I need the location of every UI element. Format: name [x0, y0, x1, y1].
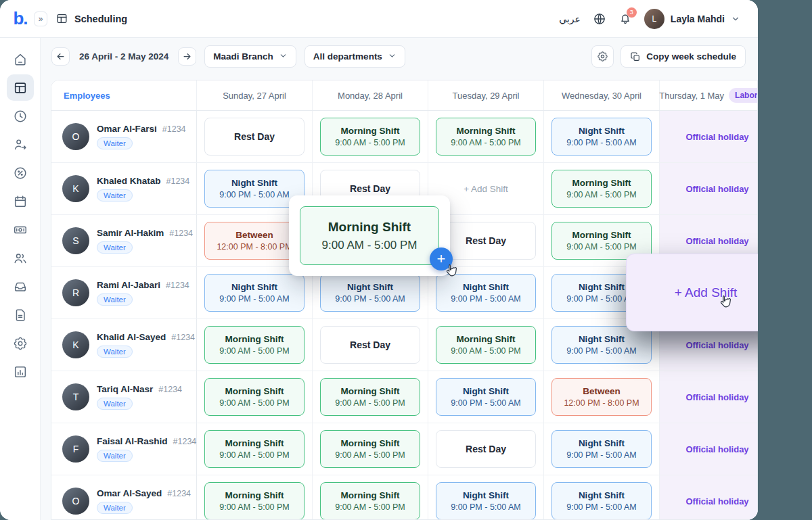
sidebar-nav: [0, 38, 41, 520]
shift-cell[interactable]: Morning Shift9:00 AM - 5:00 PM: [544, 163, 660, 214]
shift-cell[interactable]: Morning Shift9:00 AM - 5:00 PM: [313, 423, 428, 475]
morning-shift-box[interactable]: Morning Shift9:00 AM - 5:00 PM: [204, 430, 304, 468]
rest-day-box[interactable]: Rest Day: [204, 118, 304, 156]
night-shift-box[interactable]: Night Shift9:00 PM - 5:00 AM: [320, 274, 420, 312]
between-shift-box[interactable]: Between12:00 PM - 8:00 PM: [551, 378, 652, 416]
employee-cell[interactable]: OOmar Al-Farsi#1234Waiter: [51, 111, 197, 162]
shift-cell[interactable]: Rest Day: [197, 111, 313, 162]
bar-chart-icon: [13, 364, 28, 379]
official-holiday-label: Official holiday: [685, 340, 748, 350]
language-switcher[interactable]: عربي: [559, 14, 581, 24]
employee-cell[interactable]: FFaisal Al-Rashid#1234Waiter: [51, 423, 197, 475]
sidebar-expand-button[interactable]: »: [34, 11, 47, 26]
employee-avatar: F: [62, 435, 89, 463]
employee-id: #1234: [162, 124, 186, 134]
morning-shift-box[interactable]: Morning Shift9:00 AM - 5:00 PM: [320, 118, 420, 156]
sidebar-item-payroll[interactable]: [7, 216, 34, 243]
shift-cell[interactable]: Morning Shift9:00 AM - 5:00 PM: [313, 371, 428, 423]
night-shift-box[interactable]: Night Shift9:00 PM - 5:00 AM: [551, 326, 652, 364]
employee-cell[interactable]: TTariq Al-Nasr#1234Waiter: [51, 371, 197, 423]
sidebar-item-reports[interactable]: [7, 358, 34, 385]
sidebar-item-time[interactable]: [7, 103, 34, 129]
morning-shift-box[interactable]: Morning Shift9:00 AM - 5:00 PM: [320, 482, 420, 520]
sidebar-item-inbox[interactable]: [7, 273, 34, 300]
rest-day-box[interactable]: Rest Day: [436, 430, 536, 468]
morning-shift-box[interactable]: Morning Shift9:00 AM - 5:00 PM: [436, 326, 536, 364]
sidebar-item-documents[interactable]: [7, 302, 34, 328]
shift-cell[interactable]: Official holiday: [660, 423, 758, 475]
shift-cell[interactable]: Morning Shift9:00 AM - 5:00 PM: [313, 111, 428, 162]
night-shift-box[interactable]: Night Shift9:00 PM - 5:00 AM: [436, 378, 536, 416]
morning-shift-box[interactable]: Morning Shift9:00 AM - 5:00 PM: [551, 170, 652, 208]
department-select[interactable]: All departments: [304, 45, 405, 68]
employee-cell[interactable]: KKhaled Khatab#1234Waiter: [51, 163, 197, 214]
branch-select[interactable]: Maadi Branch: [204, 45, 296, 68]
employee-cell[interactable]: KKhalid Al-Sayed#1234Waiter: [51, 319, 197, 371]
add-shift-popover[interactable]: + Add Shift: [626, 254, 758, 331]
employee-name: Samir Al-Hakim: [97, 228, 164, 238]
night-shift-box[interactable]: Night Shift9:00 PM - 5:00 AM: [436, 482, 536, 520]
night-shift-box[interactable]: Night Shift9:00 PM - 5:00 AM: [551, 118, 652, 156]
rest-day-box[interactable]: Rest Day: [320, 326, 420, 364]
shift-cell[interactable]: Morning Shift9:00 AM - 5:00 PM: [197, 423, 313, 475]
sidebar-item-employees[interactable]: [7, 245, 34, 271]
copy-week-schedule-button[interactable]: Copy week schedule: [621, 45, 746, 68]
sidebar-item-calendar[interactable]: [7, 188, 34, 214]
sidebar-item-settings[interactable]: [7, 330, 34, 356]
shift-cell[interactable]: Morning Shift9:00 AM - 5:00 PM: [428, 111, 544, 162]
night-shift-box[interactable]: Night Shift9:00 PM - 5:00 AM: [551, 482, 652, 520]
sidebar-item-home[interactable]: [7, 46, 34, 72]
shift-cell[interactable]: Morning Shift9:00 AM - 5:00 PM: [197, 475, 313, 520]
sidebar-item-discounts[interactable]: [7, 160, 34, 186]
employee-cell[interactable]: OOmar Al-Sayed#1234Waiter: [51, 475, 197, 520]
shift-cell[interactable]: Night Shift9:00 PM - 5:00 AM: [428, 475, 544, 520]
top-header: b. » Scheduling عربي 3 L Layla Mahdi: [0, 0, 758, 38]
morning-shift-box[interactable]: Morning Shift9:00 AM - 5:00 PM: [204, 326, 304, 364]
next-week-button[interactable]: [178, 47, 196, 66]
employee-cell[interactable]: SSamir Al-Hakim#1234Waiter: [51, 215, 197, 266]
shift-cell[interactable]: Rest Day: [428, 423, 544, 475]
dragged-shift-card[interactable]: Morning Shift 9:00 AM - 5:00 PM +: [289, 195, 450, 276]
shift-cell[interactable]: Night Shift9:00 PM - 5:00 AM: [428, 371, 544, 423]
shift-cell[interactable]: Night Shift9:00 PM - 5:00 AM: [544, 423, 660, 475]
shift-cell[interactable]: Night Shift9:00 PM - 5:00 AM: [544, 111, 660, 162]
sidebar-item-onboarding[interactable]: [7, 131, 34, 158]
morning-shift-box[interactable]: Morning Shift9:00 AM - 5:00 PM: [436, 118, 536, 156]
official-holiday-label: Official holiday: [685, 392, 748, 402]
employee-row: TTariq Al-Nasr#1234WaiterMorning Shift9:…: [51, 371, 757, 423]
night-shift-box[interactable]: Night Shift9:00 PM - 5:00 AM: [551, 430, 652, 468]
dragged-shift-time: 9:00 AM - 5:00 PM: [322, 239, 418, 252]
prev-week-button[interactable]: [51, 47, 70, 66]
shift-cell[interactable]: Between12:00 PM - 8:00 PM: [544, 371, 660, 423]
percent-circle-icon: [13, 166, 28, 181]
morning-shift-box[interactable]: Morning Shift9:00 AM - 5:00 PM: [320, 430, 420, 468]
employee-cell[interactable]: RRami Al-Jabari#1234Waiter: [51, 267, 197, 318]
notifications-button[interactable]: 3: [618, 12, 632, 26]
shift-cell[interactable]: Official holiday: [660, 163, 758, 214]
official-holiday-label: Official holiday: [685, 236, 748, 246]
employee-name: Rami Al-Jabari: [97, 280, 160, 290]
employee-name: Khaled Khatab: [97, 176, 161, 186]
shift-cell[interactable]: Night Shift9:00 PM - 5:00 AM: [544, 475, 660, 520]
shift-cell[interactable]: Morning Shift9:00 AM - 5:00 PM: [428, 319, 544, 371]
chevron-down-icon: [279, 51, 288, 62]
shift-cell[interactable]: Morning Shift9:00 AM - 5:00 PM: [197, 319, 313, 371]
globe-icon[interactable]: [593, 12, 606, 26]
shift-cell[interactable]: Official holiday: [660, 111, 758, 162]
shift-cell[interactable]: Rest Day: [313, 319, 428, 371]
shift-cell[interactable]: Official holiday: [660, 475, 758, 520]
user-name: Layla Mahdi: [671, 14, 725, 24]
add-shift-placeholder[interactable]: + Add Shift: [464, 184, 508, 194]
scheduling-icon: [55, 12, 68, 25]
employee-id: #1234: [166, 176, 190, 186]
shift-cell[interactable]: Official holiday: [660, 371, 758, 423]
sidebar-item-scheduling[interactable]: [7, 74, 34, 101]
night-shift-box[interactable]: Night Shift9:00 PM - 5:00 AM: [204, 274, 304, 312]
morning-shift-box[interactable]: Morning Shift9:00 AM - 5:00 PM: [204, 482, 304, 520]
schedule-settings-button[interactable]: [591, 45, 614, 68]
morning-shift-box[interactable]: Morning Shift9:00 AM - 5:00 PM: [204, 378, 304, 416]
morning-shift-box[interactable]: Morning Shift9:00 AM - 5:00 PM: [320, 378, 420, 416]
shift-cell[interactable]: Morning Shift9:00 AM - 5:00 PM: [197, 371, 313, 423]
shift-cell[interactable]: Morning Shift9:00 AM - 5:00 PM: [313, 475, 428, 520]
user-menu[interactable]: L Layla Mahdi: [644, 9, 740, 29]
